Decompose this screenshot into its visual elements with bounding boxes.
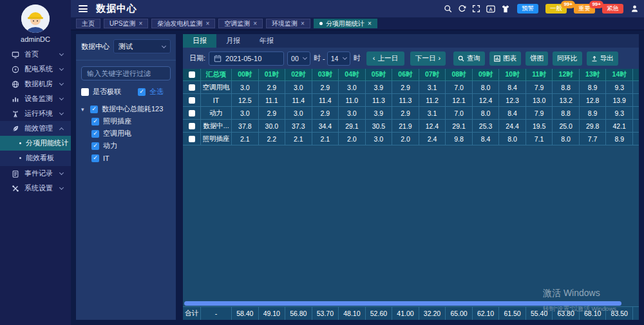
pie-button[interactable]: 饼图 — [526, 51, 548, 66]
row-checkbox[interactable] — [189, 97, 195, 104]
scrollbar-thumb[interactable] — [184, 301, 621, 306]
sidebar-subitem-分项用能统计[interactable]: 分项用能统计 — [0, 136, 71, 151]
value-cell: 3.0 — [232, 107, 259, 120]
tree-node-动力[interactable]: ✓动力 — [81, 140, 176, 152]
header-hour-cell: 12时 — [553, 69, 580, 81]
sidebar-subitem-能效看板[interactable]: 能效看板 — [0, 151, 71, 165]
value-cell: 29.8 — [580, 120, 607, 133]
sidebar-item-能效管理[interactable]: 能效管理 — [0, 121, 71, 136]
row-checkbox[interactable] — [189, 84, 195, 91]
value-cell: 3.0 — [285, 81, 312, 94]
tab-label: 柴油发电机监测 — [157, 19, 202, 28]
alarm-button-紧急[interactable]: 紧急 — [602, 4, 623, 14]
prev-day-button[interactable]: ‹上一日 — [366, 51, 404, 66]
export-button[interactable]: 导出 — [587, 51, 618, 66]
tree-node-照明插座[interactable]: ✓照明插座 — [81, 115, 176, 127]
alarm-badge: 99+ — [561, 1, 575, 8]
value-cell: 8.8 — [553, 107, 580, 120]
filler-cell — [633, 81, 639, 94]
avatar-wrap: adminDC — [0, 0, 71, 43]
datacenter-select[interactable]: 测试 — [113, 39, 171, 53]
power-distribution-icon — [10, 66, 20, 73]
alarm-button-预警[interactable]: 预警 — [517, 4, 538, 14]
translate-icon[interactable]: A — [486, 5, 495, 14]
row-checkbox[interactable] — [189, 110, 195, 116]
header-hour-cell: 02时 — [285, 69, 312, 81]
tree-node-空调用电[interactable]: ✓空调用电 — [81, 127, 176, 140]
user-icon[interactable] — [630, 5, 639, 13]
sidebar-item-设备监测[interactable]: 设备监测 — [0, 91, 71, 106]
header-hour-cell: 00时 — [232, 69, 259, 81]
header-hour-cell: 07时 — [419, 69, 446, 81]
close-tab-icon[interactable]: × — [301, 21, 305, 27]
tab-空调监测[interactable]: 空调监测× — [218, 19, 263, 28]
fullscreen-icon[interactable] — [472, 5, 480, 13]
tree-node-checkbox[interactable]: ✓ — [91, 118, 99, 125]
select-all-checkbox[interactable]: ✓ — [138, 88, 146, 96]
tree-filter-input[interactable] — [81, 66, 171, 80]
date-picker[interactable]: 2021-05-10 — [209, 51, 284, 66]
tree-node-IT[interactable]: ✓IT — [81, 152, 176, 164]
footer-value-cell: 53.70 — [312, 307, 339, 320]
refresh-icon[interactable] — [458, 5, 466, 13]
tab-柴油发电机监测[interactable]: 柴油发电机监测× — [151, 19, 215, 28]
tree-node-checkbox[interactable]: ✓ — [91, 130, 99, 138]
next-day-button[interactable]: 下一日› — [410, 51, 446, 66]
tab-UPS监测[interactable]: UPS监测× — [104, 19, 148, 28]
tree-node-checkbox[interactable]: ✓ — [91, 154, 99, 162]
footer-value-cell: 52.60 — [366, 307, 393, 320]
row-checkbox[interactable] — [189, 136, 195, 142]
sidebar-item-系统设置[interactable]: 系统设置 — [0, 181, 71, 196]
datacenter-select-value: 测试 — [118, 42, 162, 51]
sidebar-subitem-label: 分项用能统计 — [26, 138, 68, 148]
avatar[interactable] — [21, 5, 50, 33]
report-tab-年报[interactable]: 年报 — [250, 34, 283, 48]
sidebar-item-配电系统[interactable]: 配电系统 — [0, 62, 71, 77]
sidebar-item-数据机房[interactable]: 数据机房 — [0, 77, 71, 91]
alarm-button-一般[interactable]: 一般99+ — [545, 4, 567, 14]
tab-label: 环境监测 — [272, 19, 298, 28]
row-checkbox-cell — [183, 133, 201, 145]
tab-环境监测[interactable]: 环境监测× — [266, 19, 310, 28]
close-tab-icon[interactable]: × — [368, 21, 372, 27]
filler-cell — [633, 133, 639, 145]
sidebar-item-事件记录[interactable]: 事件记录 — [0, 166, 71, 181]
compare-button[interactable]: 同环比 — [553, 51, 582, 66]
hour-from-select[interactable]: 00 — [287, 51, 310, 66]
query-button[interactable]: 查询 — [453, 51, 485, 66]
sidebar-item-首页[interactable]: 首页 — [0, 47, 71, 62]
tree-caret-icon[interactable]: ▾ — [81, 106, 86, 113]
close-tab-icon[interactable]: × — [205, 21, 209, 27]
value-cell: 2.4 — [419, 133, 446, 145]
filler-cell — [633, 94, 639, 107]
sidebar-item-运行环境[interactable]: 运行环境 — [0, 106, 71, 121]
value-cell: 2.1 — [312, 133, 339, 145]
tab-主页[interactable]: 主页 — [76, 19, 100, 28]
value-cell: 7.7 — [580, 133, 607, 145]
report-tab-月报[interactable]: 月报 — [216, 34, 250, 48]
tree-node-checkbox[interactable]: ✓ — [91, 142, 99, 150]
value-cell: 3.1 — [419, 107, 446, 120]
row-checkbox[interactable] — [189, 123, 195, 129]
header-checkbox[interactable] — [189, 71, 195, 78]
alarm-button-重要[interactable]: 重要99+ — [574, 4, 595, 14]
close-tab-icon[interactable]: × — [253, 21, 257, 27]
tab-分项用能统计[interactable]: 分项用能统计× — [314, 19, 377, 28]
menu-toggle-icon[interactable] — [79, 4, 88, 14]
app-root: adminDC 首页配电系统数据机房设备监测运行环境能效管理分项用能统计能效看板… — [0, 0, 644, 325]
theme-icon[interactable] — [501, 5, 510, 14]
value-cell: 2.1 — [285, 133, 312, 145]
search-icon[interactable] — [444, 5, 452, 13]
value-cell: 2.9 — [312, 107, 339, 120]
report-tab-日报[interactable]: 日报 — [183, 34, 216, 48]
cascade-checkbox[interactable] — [81, 88, 89, 96]
sidebar: adminDC 首页配电系统数据机房设备监测运行环境能效管理分项用能统计能效看板… — [0, 0, 71, 325]
value-cell: 3.1 — [419, 81, 446, 94]
chart-button[interactable]: 图表 — [489, 51, 521, 66]
horizontal-scrollbar[interactable] — [183, 301, 639, 306]
value-cell: 2.0 — [392, 133, 419, 145]
tree-root-checkbox[interactable]: ✓ — [90, 106, 98, 113]
hour-to-select[interactable]: 14 — [327, 51, 350, 66]
tree-root-node[interactable]: ▾ ✓ 数据中心总能耗123 — [81, 103, 176, 115]
close-tab-icon[interactable]: × — [139, 21, 143, 27]
